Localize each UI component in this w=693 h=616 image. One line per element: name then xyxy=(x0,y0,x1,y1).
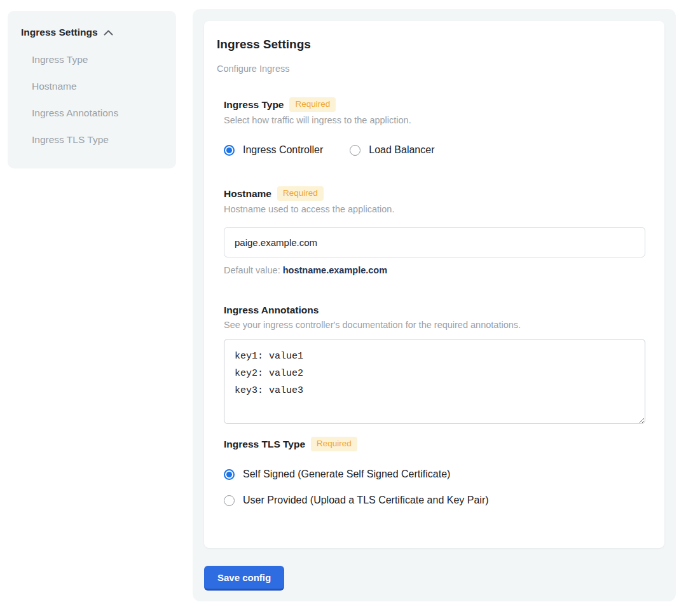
hostname-section: Hostname Required Hostname used to acces… xyxy=(224,186,644,275)
required-badge: Required xyxy=(311,437,357,451)
sidebar-section-toggle[interactable]: Ingress Settings xyxy=(21,27,176,38)
tls-type-radio-group: Self Signed (Generate Self Signed Certif… xyxy=(224,469,644,506)
ingress-tls-type-section: Ingress TLS Type Required Self Signed (G… xyxy=(224,437,644,506)
radio-unselected-icon xyxy=(350,145,360,156)
hostname-input[interactable] xyxy=(224,227,645,257)
hostname-default-line: Default value: hostname.example.com xyxy=(224,265,644,275)
sidebar-item-ingress-tls-type[interactable]: Ingress TLS Type xyxy=(21,134,176,146)
default-value-label: Default value: xyxy=(224,265,283,275)
radio-self-signed-label: Self Signed (Generate Self Signed Certif… xyxy=(243,469,450,480)
default-value-text: hostname.example.com xyxy=(283,265,387,275)
sidebar-nav: Ingress Type Hostname Ingress Annotation… xyxy=(21,54,176,146)
ingress-annotations-description: See your ingress controller's documentat… xyxy=(224,320,644,331)
radio-self-signed[interactable]: Self Signed (Generate Self Signed Certif… xyxy=(224,469,644,480)
radio-ingress-controller[interactable]: Ingress Controller xyxy=(224,144,323,156)
sidebar-item-ingress-type[interactable]: Ingress Type xyxy=(21,54,176,65)
hostname-label: Hostname xyxy=(224,188,271,200)
chevron-up-icon xyxy=(104,30,113,36)
sidebar-item-hostname[interactable]: Hostname xyxy=(21,81,176,92)
sidebar-item-ingress-annotations[interactable]: Ingress Annotations xyxy=(21,107,176,119)
required-badge: Required xyxy=(289,97,336,112)
ingress-annotations-section: Ingress Annotations See your ingress con… xyxy=(224,304,644,424)
save-config-button[interactable]: Save config xyxy=(204,566,284,591)
ingress-tls-type-label: Ingress TLS Type xyxy=(224,438,305,451)
ingress-type-radio-group: Ingress Controller Load Balancer xyxy=(224,144,644,156)
ingress-type-label: Ingress Type xyxy=(224,99,284,111)
sidebar: Ingress Settings Ingress Type Hostname I… xyxy=(8,11,176,168)
radio-load-balancer-label: Load Balancer xyxy=(369,144,434,156)
radio-selected-icon xyxy=(224,145,235,156)
ingress-settings-card: Ingress Settings Configure Ingress Ingre… xyxy=(204,21,664,548)
hostname-description: Hostname used to access the application. xyxy=(224,204,644,215)
sidebar-section-title: Ingress Settings xyxy=(21,27,98,38)
radio-selected-icon xyxy=(224,469,235,480)
radio-ingress-controller-label: Ingress Controller xyxy=(243,144,323,156)
ingress-type-description: Select how traffic will ingress to the a… xyxy=(224,115,644,126)
radio-unselected-icon xyxy=(224,495,235,506)
settings-panel: Ingress Settings Configure Ingress Ingre… xyxy=(193,9,676,601)
ingress-type-section: Ingress Type Required Select how traffic… xyxy=(224,97,644,156)
page-title: Ingress Settings xyxy=(217,38,644,51)
ingress-annotations-label: Ingress Annotations xyxy=(224,304,319,317)
radio-user-provided[interactable]: User Provided (Upload a TLS Certificate … xyxy=(224,495,644,506)
radio-user-provided-label: User Provided (Upload a TLS Certificate … xyxy=(243,495,489,506)
page-subtitle: Configure Ingress xyxy=(217,64,644,74)
radio-load-balancer[interactable]: Load Balancer xyxy=(350,144,434,156)
required-badge: Required xyxy=(277,186,324,201)
ingress-annotations-textarea[interactable]: key1: value1 key2: value2 key3: value3 xyxy=(224,339,645,424)
